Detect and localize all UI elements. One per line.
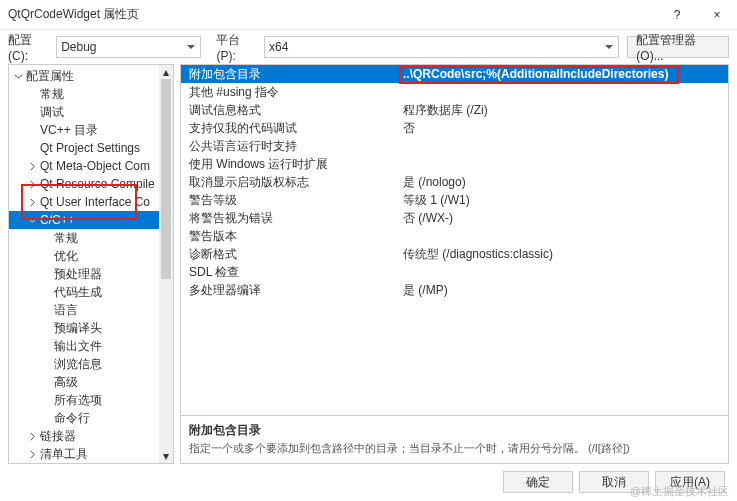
tree-item[interactable]: 预编译头	[9, 319, 173, 337]
grid-row-value[interactable]: 是 (/nologo)	[399, 174, 728, 191]
grid-row-label: 诊断格式	[181, 246, 399, 263]
ok-button[interactable]: 确定	[503, 471, 573, 493]
grid-row-value[interactable]: 否 (/WX-)	[399, 210, 728, 227]
tree-item[interactable]: 常规	[9, 85, 173, 103]
grid-row[interactable]: 公共语言运行时支持	[181, 137, 728, 155]
grid-row[interactable]: 其他 #using 指令	[181, 83, 728, 101]
content: 附加包含目录..\QRCode\src;%(AdditionalIncludeD…	[180, 64, 729, 464]
tree-item[interactable]: 语言	[9, 301, 173, 319]
grid-row-label: 其他 #using 指令	[181, 84, 399, 101]
chevron-right-icon[interactable]	[27, 197, 38, 208]
config-label: 配置(C):	[8, 32, 50, 63]
tree-item-label: 配置属性	[26, 68, 74, 85]
tree-item[interactable]: 常规	[9, 229, 173, 247]
tree-spacer	[27, 143, 38, 154]
tree-item[interactable]: Qt User Interface Co	[9, 193, 173, 211]
tree-item-label: 输出文件	[54, 338, 102, 355]
platform-label: 平台(P):	[216, 32, 258, 63]
tree-spacer	[27, 125, 38, 136]
grid-row[interactable]: 诊断格式传统型 (/diagnostics:classic)	[181, 245, 728, 263]
grid-row[interactable]: 调试信息格式程序数据库 (/Zi)	[181, 101, 728, 119]
description-title: 附加包含目录	[189, 422, 720, 439]
grid-row[interactable]: 多处理器编译是 (/MP)	[181, 281, 728, 299]
tree-item-label: C/C++	[40, 213, 75, 227]
tree-item-label: VC++ 目录	[40, 122, 98, 139]
tree: 配置属性常规调试VC++ 目录Qt Project SettingsQt Met…	[9, 65, 173, 464]
grid-row-value[interactable]: 是 (/MP)	[399, 282, 728, 299]
chevron-right-icon[interactable]	[27, 431, 38, 442]
tree-item[interactable]: 优化	[9, 247, 173, 265]
tree-item[interactable]: 预处理器	[9, 265, 173, 283]
platform-combo[interactable]: x64	[264, 36, 619, 58]
tree-item-label: 链接器	[40, 428, 76, 445]
grid-row-value[interactable]: 传统型 (/diagnostics:classic)	[399, 246, 728, 263]
grid-row-value[interactable]: 程序数据库 (/Zi)	[399, 102, 728, 119]
tree-item[interactable]: 配置属性	[9, 67, 173, 85]
description-text: 指定一个或多个要添加到包含路径中的目录；当目录不止一个时，请用分号分隔。 (/I…	[189, 441, 720, 456]
tree-item-label: 预编译头	[54, 320, 102, 337]
grid-row-label: 警告等级	[181, 192, 399, 209]
tree-item[interactable]: 代码生成	[9, 283, 173, 301]
grid-row-value[interactable]: 否	[399, 120, 728, 137]
tree-item[interactable]: 调试	[9, 103, 173, 121]
grid-row[interactable]: 支持仅我的代码调试否	[181, 119, 728, 137]
scroll-down-icon[interactable]: ▾	[159, 449, 173, 463]
grid-row-value[interactable]: 等级 1 (/W1)	[399, 192, 728, 209]
tree-item[interactable]: 所有选项	[9, 391, 173, 409]
tree-item[interactable]: Qt Resource Compile	[9, 175, 173, 193]
grid-row[interactable]: 附加包含目录..\QRCode\src;%(AdditionalIncludeD…	[181, 65, 728, 83]
tree-item[interactable]: VC++ 目录	[9, 121, 173, 139]
tree-item-label: 常规	[40, 86, 64, 103]
tree-item[interactable]: Qt Meta-Object Com	[9, 157, 173, 175]
tree-item[interactable]: 链接器	[9, 427, 173, 445]
tree-spacer	[41, 251, 52, 262]
sidebar-scrollbar[interactable]: ▴ ▾	[159, 65, 173, 463]
grid-row[interactable]: 警告版本	[181, 227, 728, 245]
help-button[interactable]: ?	[657, 0, 697, 30]
tree-item[interactable]: 命令行	[9, 409, 173, 427]
grid-row[interactable]: 警告等级等级 1 (/W1)	[181, 191, 728, 209]
tree-spacer	[41, 233, 52, 244]
chevron-down-icon[interactable]	[27, 215, 38, 226]
tree-item-label: 优化	[54, 248, 78, 265]
tree-spacer	[41, 287, 52, 298]
grid-row[interactable]: SDL 检查	[181, 263, 728, 281]
footer: 确定 取消 应用(A)	[0, 464, 737, 500]
close-button[interactable]: ×	[697, 0, 737, 30]
tree-item[interactable]: 高级	[9, 373, 173, 391]
grid-row-label: 调试信息格式	[181, 102, 399, 119]
tree-item-label: 高级	[54, 374, 78, 391]
config-combo[interactable]: Debug	[56, 36, 201, 58]
tree-spacer	[27, 107, 38, 118]
tree-item[interactable]: C/C++	[9, 211, 173, 229]
grid-row[interactable]: 使用 Windows 运行时扩展	[181, 155, 728, 173]
scroll-thumb[interactable]	[161, 79, 171, 279]
tree-spacer	[41, 341, 52, 352]
cancel-button[interactable]: 取消	[579, 471, 649, 493]
apply-button[interactable]: 应用(A)	[655, 471, 725, 493]
description-panel: 附加包含目录 指定一个或多个要添加到包含路径中的目录；当目录不止一个时，请用分号…	[180, 416, 729, 464]
chevron-right-icon[interactable]	[27, 161, 38, 172]
config-manager-button[interactable]: 配置管理器(O)...	[627, 36, 729, 58]
chevron-right-icon[interactable]	[27, 449, 38, 460]
chevron-right-icon[interactable]	[27, 179, 38, 190]
property-grid: 附加包含目录..\QRCode\src;%(AdditionalIncludeD…	[180, 64, 729, 416]
grid-row-label: 支持仅我的代码调试	[181, 120, 399, 137]
grid-row-label: 将警告视为错误	[181, 210, 399, 227]
tree-item-label: 常规	[54, 230, 78, 247]
grid-row-value[interactable]: ..\QRCode\src;%(AdditionalIncludeDirecto…	[399, 67, 728, 81]
grid-row[interactable]: 取消显示启动版权标志是 (/nologo)	[181, 173, 728, 191]
tree-spacer	[41, 377, 52, 388]
tree-item[interactable]: 输出文件	[9, 337, 173, 355]
tree-item[interactable]: Qt Project Settings	[9, 139, 173, 157]
tree-item-label: Qt Project Settings	[40, 141, 140, 155]
tree-item[interactable]: 浏览信息	[9, 355, 173, 373]
grid-row[interactable]: 将警告视为错误否 (/WX-)	[181, 209, 728, 227]
chevron-down-icon[interactable]	[13, 71, 24, 82]
tree-item-label: 调试	[40, 104, 64, 121]
grid-row-label: 取消显示启动版权标志	[181, 174, 399, 191]
tree-item[interactable]: 清单工具	[9, 445, 173, 463]
scroll-up-icon[interactable]: ▴	[159, 65, 173, 79]
tree-item-label: 命令行	[54, 410, 90, 427]
tree-item-label: 浏览信息	[54, 356, 102, 373]
